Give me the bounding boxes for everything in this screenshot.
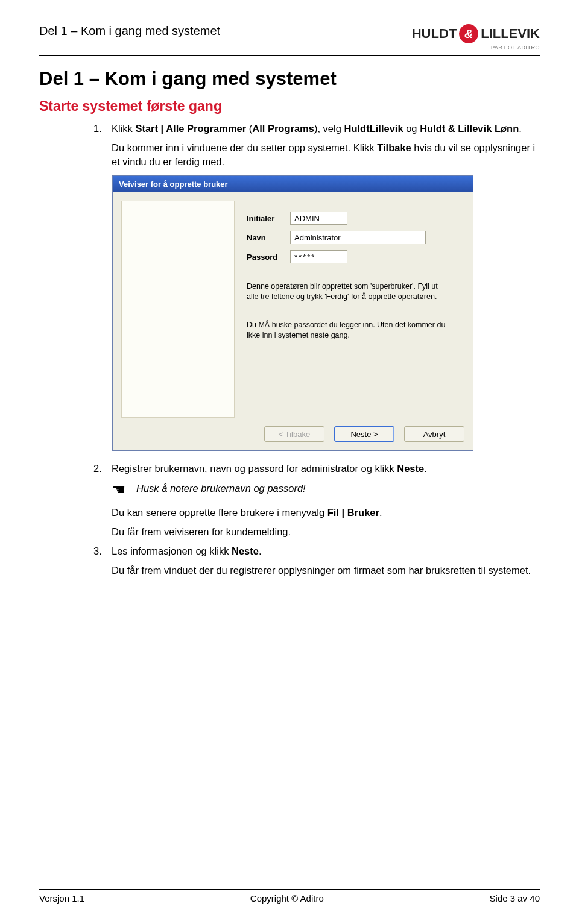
step-text: Klikk Start | Alle Programmer (All Progr… xyxy=(112,122,540,168)
step-text: Les informasjonen og klikk Neste. Du får… xyxy=(112,544,540,577)
input-navn[interactable]: Administrator xyxy=(290,231,426,244)
step-text: Du kan senere opprette flere brukere i m… xyxy=(112,506,540,519)
step-number: 2. xyxy=(93,462,112,475)
footer-rule xyxy=(39,889,540,890)
step-text: Registrer brukernavn, navn og passord fo… xyxy=(112,462,540,475)
dialog-side-panel xyxy=(121,201,235,418)
header-rule xyxy=(39,55,540,56)
next-button[interactable]: Neste > xyxy=(334,426,394,442)
note-text: Husk å notere brukernavn og passord! xyxy=(136,482,306,495)
wizard-dialog: Veiviser for å opprette bruker Initialer… xyxy=(112,175,473,451)
footer-version: Versjon 1.1 xyxy=(39,893,84,904)
running-head: Del 1 – Kom i gang med systemet xyxy=(39,24,220,38)
input-initialer[interactable]: ADMIN xyxy=(290,212,347,225)
logo-text-right: LILLEVIK xyxy=(481,26,540,42)
logo-subtitle: PART OF ADITRO xyxy=(491,45,540,51)
cancel-button[interactable]: Avbryt xyxy=(404,426,464,442)
back-button: < Tilbake xyxy=(264,426,324,442)
footer-page: Side 3 av 40 xyxy=(490,893,540,904)
pointing-hand-icon: ☚ xyxy=(112,482,125,497)
logo-text-left: HULDT xyxy=(412,26,457,42)
dialog-help-2: Du MÅ huske passordet du legger inn. Ute… xyxy=(247,320,446,341)
dialog-help-1: Denne operatøren blir opprettet som 'sup… xyxy=(247,281,446,302)
footer-copyright: Copyright © Aditro xyxy=(250,893,324,904)
step-text: Du får frem veiviseren for kundemelding. xyxy=(112,525,540,538)
step-number: 1. xyxy=(93,122,112,168)
label-passord: Passord xyxy=(247,252,290,263)
step-number: 3. xyxy=(93,544,112,577)
page-title: Del 1 – Kom i gang med systemet xyxy=(39,68,540,90)
label-navn: Navn xyxy=(247,233,290,244)
brand-logo: HULDT & LILLEVIK PART OF ADITRO xyxy=(412,24,540,51)
logo-ampersand-icon: & xyxy=(459,24,478,43)
section-heading: Starte systemet første gang xyxy=(39,98,540,115)
label-initialer: Initialer xyxy=(247,213,290,224)
input-passord[interactable]: ***** xyxy=(290,250,347,263)
dialog-titlebar: Veiviser for å opprette bruker xyxy=(113,176,473,193)
